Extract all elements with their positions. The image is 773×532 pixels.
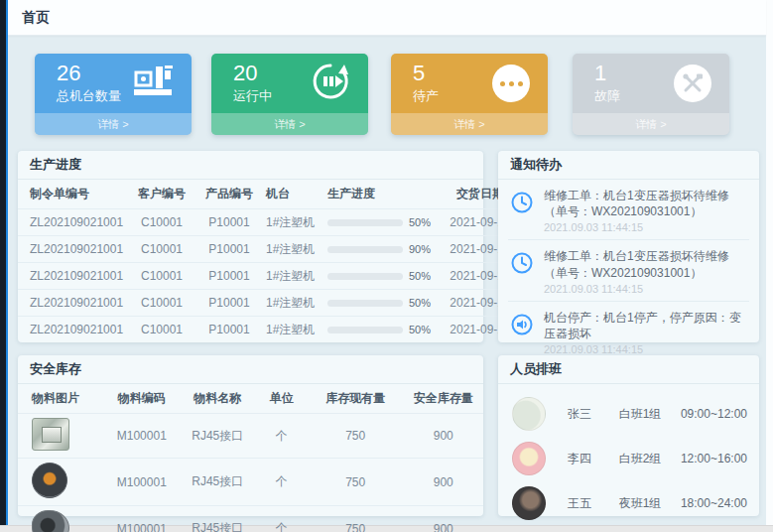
table-header-row: 制令单编号 客户编号 产品编号 机台 生产进度 交货日期 (18, 180, 518, 209)
personnel-schedule-panel: 人员排班 张三 白班1组 09:00~12:00 李四 白班2组 12:00~1… (498, 355, 759, 516)
column-header: 库存现有量 (308, 384, 404, 414)
customer-no: C10001 (129, 263, 194, 290)
notification-time: 2021.09.03 11:44:15 (544, 283, 747, 295)
stat-card-fault[interactable]: 1 故障 详情 > (573, 54, 729, 135)
progress-percent: 50% (409, 297, 431, 309)
table-header-row: 物料图片 物料编码 物料名称 单位 库存现有量 安全库存量 (18, 384, 483, 414)
notification-text: 机台停产：机台1停产，停产原因：变压器损坏 (544, 310, 747, 341)
column-header: 产品编号 (194, 180, 264, 209)
notification-text: 维修工单：机台1变压器损坏待维修（单号：WX202109031001） (544, 188, 747, 219)
right-window-edge (766, 0, 773, 525)
production-table: 制令单编号 客户编号 产品编号 机台 生产进度 交货日期 ZL202109021… (18, 180, 518, 343)
material-name: RJ45接口 (180, 459, 255, 506)
clock-icon (510, 188, 536, 233)
table-row: ZL202109021001 C10001 P10001 1#注塑机 50% 2… (18, 263, 518, 290)
panel-title: 人员排班 (498, 355, 759, 384)
stat-label: 总机台数量 (57, 87, 121, 105)
stat-value: 5 (413, 62, 439, 85)
current-stock: 750 (308, 506, 404, 532)
current-stock: 750 (308, 414, 404, 459)
card-detail-link[interactable]: 详情 > (573, 113, 729, 135)
stat-label: 待产 (413, 87, 439, 105)
material-name: RJ45接口 (180, 414, 255, 459)
stat-value: 26 (57, 62, 121, 85)
product-no: P10001 (194, 209, 264, 236)
schedule-row: 张三 白班1组 09:00~12:00 (512, 393, 747, 435)
notification-item[interactable]: 维修工单：机台1变压器损坏待维修（单号：WX202109031001） 2021… (508, 240, 749, 301)
progress-percent: 50% (409, 270, 431, 282)
machine-name: 1#注塑机 (264, 317, 325, 343)
table-row: M100001 RJ45接口 个 750 900 (18, 506, 483, 532)
person-name: 李四 (568, 451, 619, 467)
column-header: 生产进度 (325, 180, 443, 209)
person-name: 张三 (568, 406, 619, 423)
machine-icon (132, 65, 174, 102)
stat-card-standby[interactable]: 5 待产 详情 > (391, 54, 548, 135)
person-name: 王五 (568, 495, 619, 512)
shift-time: 09:00~12:00 (681, 407, 747, 421)
card-detail-link[interactable]: 详情 > (391, 113, 548, 135)
stat-card-running[interactable]: 20 运行中 详情 > (211, 54, 368, 135)
tools-icon (674, 65, 711, 102)
clock-icon (510, 248, 536, 294)
safety-stock: 900 (403, 506, 483, 532)
material-unit: 个 (256, 506, 308, 532)
order-no: ZL202109021001 (18, 290, 129, 317)
page-header: 首页 (8, 0, 766, 36)
panel-title: 安全库存 (18, 355, 483, 384)
table-row: ZL202109021001 C10001 P10001 1#注塑机 50% 2… (18, 290, 518, 317)
machine-name: 1#注塑机 (264, 236, 325, 263)
avatar (512, 486, 546, 520)
panel-title: 生产进度 (18, 151, 483, 180)
left-accent-line (6, 0, 8, 525)
table-row: M100001 RJ45接口 个 750 900 (18, 459, 483, 506)
material-unit: 个 (256, 414, 308, 459)
stat-value: 1 (594, 62, 620, 85)
inventory-table: 物料图片 物料编码 物料名称 单位 库存现有量 安全库存量 M100001 RJ… (18, 384, 483, 532)
progress-percent: 90% (409, 243, 431, 255)
table-row: ZL202109021001 C10001 P10001 1#注塑机 90% 2… (18, 236, 518, 263)
avatar (512, 442, 546, 475)
order-no: ZL202109021001 (18, 209, 129, 236)
order-no: ZL202109021001 (18, 317, 129, 343)
schedule-row: 王五 夜班1组 18:00~24:00 (512, 482, 747, 524)
column-header: 制令单编号 (18, 180, 129, 209)
avatar (512, 397, 546, 431)
progress-percent: 50% (409, 324, 431, 335)
safety-inventory-panel: 安全库存 物料图片 物料编码 物料名称 单位 库存现有量 安全库存量 M1000… (18, 355, 483, 516)
column-header: 机台 (264, 180, 325, 209)
product-no: P10001 (194, 290, 264, 317)
shift-label: 夜班1组 (619, 495, 681, 512)
customer-no: C10001 (129, 317, 194, 343)
card-detail-link[interactable]: 详情 > (35, 113, 192, 135)
column-header: 单位 (256, 384, 308, 414)
order-no: ZL202109021001 (18, 263, 129, 290)
stat-card-total-machines[interactable]: 26 总机台数量 详情 > (35, 54, 192, 135)
progress-bar: 50% (327, 324, 441, 335)
stat-label: 故障 (594, 87, 620, 105)
notification-item[interactable]: 维修工单：机台1变压器损坏待维修（单号：WX202109031001） 2021… (508, 180, 749, 240)
safety-stock: 900 (403, 459, 483, 506)
current-stock: 750 (308, 459, 404, 506)
material-code: M100001 (104, 506, 180, 532)
column-header: 物料名称 (180, 384, 255, 414)
column-header: 物料图片 (18, 384, 104, 414)
product-no: P10001 (194, 263, 264, 290)
table-row: M100001 RJ45接口 个 750 900 (18, 414, 483, 459)
column-header: 客户编号 (129, 180, 194, 209)
customer-no: C10001 (129, 209, 194, 236)
customer-no: C10001 (129, 290, 194, 317)
round-speaker-photo (32, 463, 67, 498)
progress-bar: 50% (327, 270, 441, 282)
material-unit: 个 (256, 459, 308, 506)
dashboard-window: 首页 26 总机台数量 详情 > 20 (0, 0, 773, 532)
material-code: M100001 (104, 459, 180, 506)
progress-bar: 90% (327, 243, 441, 255)
ellipsis-icon (492, 65, 530, 102)
notification-item[interactable]: 机台停产：机台1停产，停产原因：变压器损坏 2021.09.03 11:44:1… (508, 302, 749, 362)
material-name: RJ45接口 (180, 506, 255, 532)
stat-label: 运行中 (233, 87, 272, 105)
speaker-icon (510, 310, 536, 355)
card-detail-link[interactable]: 详情 > (211, 113, 368, 135)
table-row: ZL202109021001 C10001 P10001 1#注塑机 50% 2… (18, 209, 518, 236)
